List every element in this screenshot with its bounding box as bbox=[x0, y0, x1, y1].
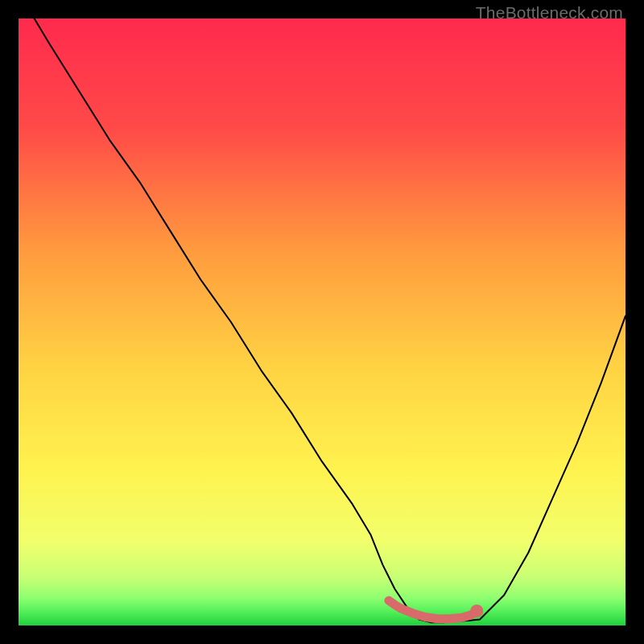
watermark-text: TheBottleneck.com bbox=[476, 3, 623, 23]
optimal-marker-group bbox=[389, 601, 483, 619]
optimal-marker-line bbox=[389, 601, 477, 619]
bottleneck-chart: TheBottleneck.com bbox=[0, 0, 644, 644]
plot-area bbox=[19, 19, 625, 625]
bottleneck-curve-line bbox=[19, 19, 625, 622]
optimal-marker-end-dot bbox=[470, 605, 483, 617]
chart-lines bbox=[19, 19, 625, 625]
